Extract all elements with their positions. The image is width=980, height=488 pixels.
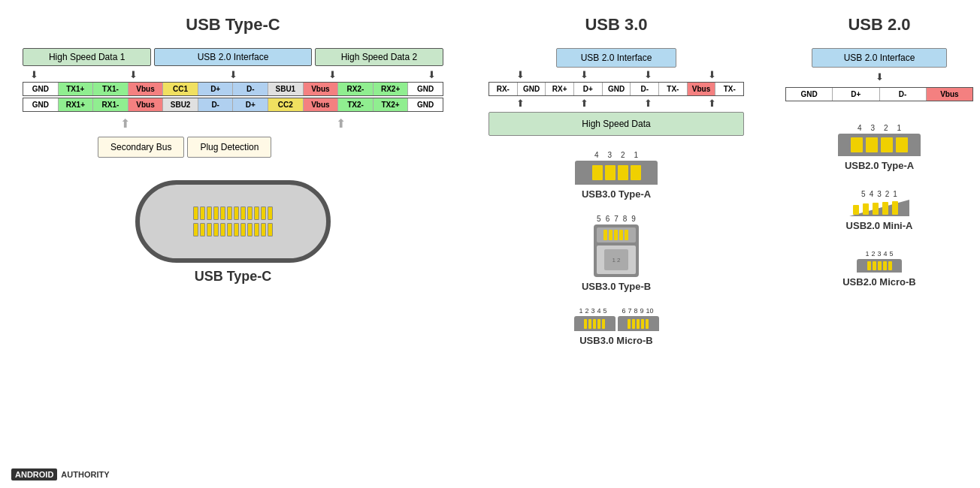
num-6: 6 <box>622 307 626 315</box>
usb30-up-arrow-2: ⬆ <box>580 98 588 109</box>
usb20-microb-pin <box>888 261 892 270</box>
usb30-microb-nums-right: 6 7 8 9 10 <box>622 307 654 315</box>
typec-pin <box>240 206 246 220</box>
usb30-pin-dminus: D- <box>631 83 659 95</box>
typec-top-labels: High Speed Data 1 USB 2.0 Interface High… <box>23 48 443 66</box>
typec-pin <box>227 223 232 236</box>
typec-pin <box>220 206 225 220</box>
pin-dplus-2: D+ <box>233 98 268 111</box>
usb30-arrow-3: ⬇ <box>644 69 652 80</box>
usb30-typea-pin2 <box>605 165 616 180</box>
usb20-connectors: 4 3 2 1 USB2.0 Type-A 5 4 3 <box>838 124 921 288</box>
arrow-down-2: ⬇ <box>129 69 138 80</box>
pin-vbus-4: Vbus <box>304 98 339 111</box>
typec-oval-shape <box>135 180 331 263</box>
num-3: 3 <box>877 190 882 198</box>
usb20-minia-numbers: 5 4 3 2 1 <box>861 190 897 198</box>
pin-vbus-3: Vbus <box>129 98 164 111</box>
hs2-label: High Speed Data 2 <box>315 48 443 66</box>
typec-pin <box>234 206 239 220</box>
num-4: 4 <box>870 190 874 198</box>
usb20-interface-box: USB 2.0 Interface <box>812 48 947 68</box>
arrow-down-4: ⬇ <box>328 69 337 80</box>
usb30-typeb-pin <box>625 230 628 240</box>
pin-sbu2: SBU2 <box>163 98 198 111</box>
usb30-microb-pin <box>593 319 596 329</box>
num-4: 4 <box>884 250 888 258</box>
num-2: 2 <box>885 190 890 198</box>
usb30-typea-body <box>575 161 658 185</box>
num-5: 5 <box>603 307 606 315</box>
usb30-typeb-square: 1 2 <box>604 249 628 270</box>
pin-row-1: GND TX1+ TX1- Vbus CC1 D+ D- SBU1 Vbus R… <box>23 82 443 96</box>
typec-pin <box>200 223 205 236</box>
usb20-microb-pin <box>878 261 882 270</box>
usb30-typeb-pin <box>603 230 607 240</box>
num-1: 1 <box>897 124 902 132</box>
typec-pin <box>227 206 232 220</box>
usb20-section: USB 2.0 USB 2.0 Interface ⬇ GND D+ D- Vb… <box>774 8 980 480</box>
num-9: 9 <box>640 307 644 315</box>
typec-pin-group <box>193 206 273 236</box>
pin-vbus-1: Vbus <box>129 83 164 95</box>
usb20-microb-pin <box>873 261 876 270</box>
usb30-diagram: USB 2.0 Interface ⬇ ⬇ ⬇ ⬇ RX- GND RX+ D+… <box>488 48 744 136</box>
num-4: 4 <box>597 307 600 315</box>
mini-pin <box>863 203 869 215</box>
usb30-microb-pin <box>641 319 644 329</box>
usb20-microb-numbers: 1 2 3 4 5 <box>865 250 893 258</box>
hs1-label: High Speed Data 1 <box>23 48 151 66</box>
num-3: 3 <box>591 307 594 315</box>
num-9: 9 <box>631 215 636 223</box>
pin-gnd-3: GND <box>23 98 59 111</box>
typec-pin <box>268 223 273 236</box>
num-3: 3 <box>607 151 612 159</box>
pin-row-1-container: GND TX1+ TX1- Vbus CC1 D+ D- SBU1 Vbus R… <box>23 82 443 113</box>
num-1: 1 <box>634 151 639 159</box>
usb30-microb-pin <box>588 319 591 329</box>
num-3: 3 <box>870 124 875 132</box>
usb30-arrow-2: ⬇ <box>580 69 588 80</box>
typec-lower-pins <box>193 223 273 236</box>
pin-cc2: CC2 <box>268 98 304 111</box>
pin-tx2minus: TX2- <box>338 98 374 111</box>
typec-pin <box>200 206 205 220</box>
pin-sbu1: SBU1 <box>268 83 304 95</box>
typec-pin <box>247 206 253 220</box>
usb2-label: USB 2.0 Interface <box>154 48 312 66</box>
usb20-typea-pin3 <box>881 137 893 152</box>
typeb-inner-text: 1 2 <box>612 257 620 264</box>
usb30-title: USB 3.0 <box>585 15 647 35</box>
pin-rx1plus: RX1+ <box>59 98 94 111</box>
usb30-interface-box: USB 2.0 Interface <box>556 48 676 68</box>
usb30-typeb-numbers: 5 6 7 8 9 <box>597 215 636 223</box>
num-1: 1 <box>893 190 897 198</box>
usb30-typea-pin4 <box>631 165 641 180</box>
typec-pins-inner <box>193 206 273 236</box>
usb30-typea-pin3 <box>618 165 628 180</box>
num-6: 6 <box>606 215 610 223</box>
typec-pin <box>220 223 225 236</box>
typec-pin <box>240 223 246 236</box>
num-3: 3 <box>877 250 881 258</box>
plug-detection-box: Plug Detection <box>187 137 271 158</box>
usb20-minia-name: USB2.0 Mini-A <box>846 220 913 231</box>
usb30-microb-pin <box>602 319 605 329</box>
usb30-pin-gnd1: GND <box>518 83 546 95</box>
arrow-down-1: ⬇ <box>30 69 38 80</box>
num-8: 8 <box>634 307 638 315</box>
usb30-typea-name: USB3.0 Type-A <box>582 188 651 200</box>
usb20-typea-item: 4 3 2 1 USB2.0 Type-A <box>838 124 921 171</box>
usb30-typeb-item: 5 6 7 8 9 1 2 <box>582 215 651 292</box>
usb20-microb-pin <box>883 261 887 270</box>
secondary-bus-box: Secondary Bus <box>98 137 184 158</box>
usb20-arrow-down-icon: ⬇ <box>876 71 884 83</box>
usb20-title: USB 2.0 <box>848 15 910 35</box>
pin-tx1minus: TX1- <box>93 83 129 95</box>
usb20-pin-dplus: D+ <box>833 88 879 101</box>
num-1: 1 <box>865 250 869 258</box>
usb30-pin-rxminus: RX- <box>489 83 518 95</box>
typec-pin <box>261 206 266 220</box>
usb30-microb-numbers-row: 1 2 3 4 5 6 7 8 9 10 <box>579 307 653 316</box>
pin-tx1plus: TX1+ <box>59 83 94 95</box>
